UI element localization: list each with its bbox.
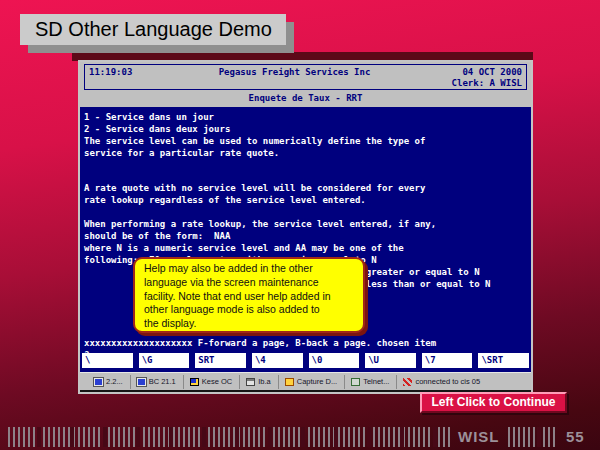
connection-icon <box>403 378 412 386</box>
taskbar-button[interactable]: Capture D... <box>278 375 344 389</box>
taskbar-button-label: Ib.a <box>258 375 271 389</box>
taskbar-button[interactable]: BC 21.1 <box>130 375 183 389</box>
monitor-icon <box>94 378 103 386</box>
taskbar-button[interactable]: Ib.a <box>239 375 278 389</box>
fkey-button[interactable]: \7 <box>422 353 473 368</box>
terminal-header: 11:19:03 Pegasus Freight Services Inc 04… <box>80 62 531 107</box>
fkey-button[interactable]: SRT <box>195 353 246 368</box>
slide-title: SD Other Language Demo <box>20 14 286 45</box>
terminal-window: 11:19:03 Pegasus Freight Services Inc 04… <box>78 60 533 394</box>
taskbar-button[interactable]: 2.2... <box>88 375 130 389</box>
footer-brand: WISL <box>458 427 500 447</box>
function-key-row: \ \G SRT \4 \0 \U \7 \SRT <box>82 353 529 368</box>
connection-status-label: connected to cis 05 <box>415 375 480 389</box>
taskbar-button-label: BC 21.1 <box>149 375 176 389</box>
terminal-header-box: 11:19:03 Pegasus Freight Services Inc 04… <box>84 64 527 90</box>
taskbar-button-label: Telnet... <box>363 375 389 389</box>
taskbar-button[interactable]: Telnet... <box>344 375 396 389</box>
monitor-icon <box>137 378 146 386</box>
taskbar-status: connected to cis 05 <box>396 375 487 389</box>
fkey-button[interactable]: \U <box>365 353 416 368</box>
printer-icon <box>246 378 255 386</box>
slide: SD Other Language Demo 11:19:03 Pegasus … <box>0 0 600 450</box>
company-name: Pegasus Freight Services Inc <box>175 65 414 89</box>
taskbar-button-label: Kese OC <box>202 375 232 389</box>
fkey-button[interactable]: \0 <box>309 353 360 368</box>
footer-page-number: 55 <box>566 427 585 447</box>
slide-title-box: SD Other Language Demo <box>20 14 286 45</box>
barcode-decoration <box>8 427 452 447</box>
screen-title: Enquete de Taux - RRT <box>80 93 531 103</box>
fkey-button[interactable]: \ <box>82 353 133 368</box>
date-label: 04 OCT 2000 <box>414 67 522 78</box>
taskbar-button-label: 2.2... <box>106 375 123 389</box>
taskbar: 2.2... BC 21.1 Kese OC Ib.a Capture D...… <box>80 372 531 390</box>
barcode-decoration <box>508 427 556 447</box>
fkey-button[interactable]: \4 <box>252 353 303 368</box>
clerk-label: Clerk: A WISL <box>414 78 522 89</box>
taskbar-button-label: Capture D... <box>297 375 337 389</box>
capture-icon <box>285 378 294 386</box>
telnet-icon <box>351 378 360 386</box>
continue-button[interactable]: Left Click to Continue <box>420 392 567 413</box>
taskbar-button[interactable]: Kese OC <box>183 375 239 389</box>
time-label: 11:19:03 <box>85 65 175 89</box>
help-callout: Help may also be added in the other lang… <box>133 257 365 333</box>
footer-bar: WISL 55 <box>0 424 600 450</box>
app-icon <box>190 378 199 386</box>
fkey-button[interactable]: \G <box>139 353 190 368</box>
fkey-button[interactable]: \SRT <box>478 353 529 368</box>
header-right-column: 04 OCT 2000 Clerk: A WISL <box>414 65 526 89</box>
